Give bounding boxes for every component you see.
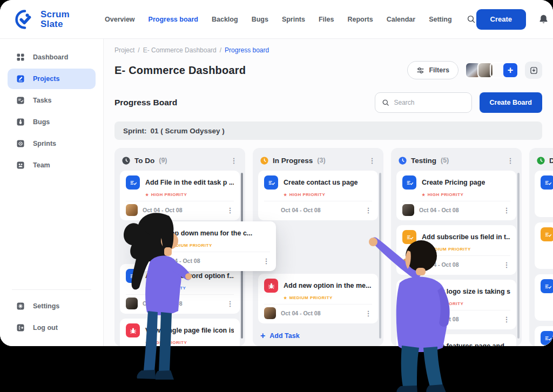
- task-card[interactable]: Add subscribe us field in t... MEDIUM PR…: [396, 225, 516, 275]
- task-icon: [402, 339, 416, 346]
- assignee-avatar[interactable]: [402, 259, 414, 271]
- filters-icon: [416, 66, 424, 75]
- create-board-button[interactable]: Create Board: [480, 92, 543, 113]
- task-card[interactable]: [535, 326, 553, 346]
- column-done: Done: [529, 148, 553, 346]
- card-divider: [126, 201, 234, 201]
- task-card[interactable]: [535, 222, 553, 269]
- date-range: Oct 04 - Oct 08: [281, 310, 321, 316]
- create-button[interactable]: Create: [476, 9, 526, 30]
- card-menu-icon[interactable]: [503, 314, 510, 324]
- column-menu-icon[interactable]: [368, 156, 376, 165]
- sidebar-item-dashboard[interactable]: Dashboard: [8, 47, 96, 67]
- assignee-avatar[interactable]: [402, 204, 414, 216]
- add-task-button[interactable]: + Add Task: [258, 328, 378, 344]
- assignee-avatar[interactable]: [144, 255, 156, 267]
- nav-reports[interactable]: Reports: [347, 16, 373, 23]
- nav-bugs[interactable]: Bugs: [252, 16, 268, 23]
- nav-backlog[interactable]: Backlog: [212, 16, 238, 23]
- add-member-button[interactable]: +: [502, 62, 518, 78]
- tasks-icon: [16, 96, 25, 105]
- bug-icon: [126, 323, 140, 337]
- board-search[interactable]: [375, 92, 472, 113]
- assignee-avatar[interactable]: [264, 204, 276, 216]
- task-card[interactable]: View single page file icon is n... HIGH …: [120, 319, 240, 346]
- clock-icon: [537, 157, 545, 165]
- task-card[interactable]: Add File in the edit task p ... HIGH PRI…: [120, 171, 240, 220]
- plus-icon: +: [260, 332, 265, 340]
- card-menu-icon[interactable]: [226, 299, 234, 308]
- task-icon: [402, 285, 416, 299]
- task-card[interactable]: Add new option in the me... MEDIUM PRIOR…: [258, 274, 378, 323]
- filters-button[interactable]: Filters: [407, 61, 458, 79]
- task-card[interactable]: [535, 274, 553, 321]
- logo[interactable]: Scrum Slate: [14, 9, 105, 30]
- sidebar-item-tasks[interactable]: Tasks: [8, 90, 96, 111]
- team-icon: [16, 161, 25, 170]
- card-divider: [264, 304, 372, 305]
- bell-icon[interactable]: [538, 13, 549, 25]
- column-menu-icon[interactable]: [230, 156, 238, 165]
- search-input[interactable]: [394, 99, 465, 106]
- star-icon: [422, 247, 426, 252]
- column-title: Testing: [411, 157, 436, 165]
- scrum-slate-logo-icon: [14, 9, 36, 30]
- task-card[interactable]: Create contact us page HIGH PRIORITY Oct…: [258, 171, 378, 220]
- task-title: Header logo size is taking s...: [422, 288, 510, 295]
- card-menu-icon[interactable]: [503, 205, 510, 215]
- task-card[interactable]: Update features page and... HIGH PRIORIT…: [396, 334, 516, 346]
- bugs-icon: [16, 118, 25, 126]
- nav-overview[interactable]: Overview: [105, 16, 135, 23]
- column-title: In Progress: [273, 157, 313, 165]
- task-title: Add subscribe us field in t...: [422, 233, 510, 241]
- card-menu-icon[interactable]: [365, 308, 372, 318]
- assignee-avatar[interactable]: [264, 307, 276, 319]
- sidebar-item-bugs[interactable]: Bugs: [8, 112, 96, 132]
- column-menu-icon[interactable]: [507, 156, 514, 165]
- card-divider: [126, 294, 234, 295]
- member-avatar-group: +: [465, 62, 518, 78]
- task-card[interactable]: Header logo size is taking s... HIGH PRI…: [396, 280, 516, 329]
- breadcrumb-dashboard[interactable]: E- Commerce Dashboard: [143, 46, 217, 54]
- priority-badge: HIGH PRIORITY: [284, 192, 372, 197]
- card-menu-icon[interactable]: [365, 205, 372, 215]
- date-range: Oct 04 - Oct 08: [143, 300, 183, 307]
- nav-files[interactable]: Files: [319, 16, 334, 23]
- task-card[interactable]: Create Pricing page HIGH PRIORITY Oct 04…: [396, 171, 516, 220]
- sidebar-item-logout[interactable]: Log out: [8, 317, 96, 338]
- card-divider: [402, 201, 510, 201]
- task-card[interactable]: Add pdf and word option f... LOW PRIORIT…: [120, 264, 240, 314]
- nav-sprints[interactable]: Sprints: [282, 16, 305, 23]
- task-icon: [402, 230, 416, 244]
- search-icon[interactable]: [467, 15, 476, 24]
- assignee-avatar[interactable]: [126, 298, 138, 309]
- assignee-avatar[interactable]: [402, 313, 414, 325]
- priority-badge: HIGH PRIORITY: [145, 340, 234, 345]
- sidebar-item-label: Bugs: [33, 118, 50, 126]
- sidebar-item-label: Projects: [33, 75, 59, 83]
- priority-badge: MEDIUM PRIORITY: [163, 243, 270, 248]
- card-menu-icon[interactable]: [503, 260, 510, 269]
- task-card[interactable]: [535, 171, 553, 217]
- card-menu-icon[interactable]: [262, 256, 270, 266]
- nav-progress-board[interactable]: Progress board: [149, 16, 198, 23]
- breadcrumb-progress-board[interactable]: Progress board: [225, 46, 269, 54]
- star-icon: [145, 286, 149, 290]
- card-menu-icon[interactable]: [226, 205, 234, 215]
- task-icon: [144, 226, 158, 240]
- sidebar-item-settings[interactable]: Settings: [8, 296, 96, 316]
- sidebar-item-team[interactable]: Team: [8, 155, 96, 175]
- sidebar-item-sprints[interactable]: Sprints: [8, 133, 96, 154]
- breadcrumb-separator: /: [138, 46, 139, 54]
- breadcrumb-project[interactable]: Project: [114, 46, 134, 54]
- sprint-label: Sprint:: [123, 127, 147, 135]
- column-count: (5): [441, 157, 449, 164]
- nav-calendar[interactable]: Calendar: [387, 16, 416, 23]
- archive-button[interactable]: [525, 62, 542, 79]
- priority-badge: MEDIUM PRIORITY: [422, 247, 510, 252]
- sidebar-item-projects[interactable]: Projects: [8, 69, 96, 89]
- nav-setting[interactable]: Setting: [429, 16, 451, 23]
- assignee-avatar[interactable]: [126, 204, 138, 216]
- dragged-task-card[interactable]: Drop down menu for the c... MEDIUM PRIOR…: [138, 221, 276, 271]
- date-range: Oct 04 - Oct 08: [419, 261, 459, 268]
